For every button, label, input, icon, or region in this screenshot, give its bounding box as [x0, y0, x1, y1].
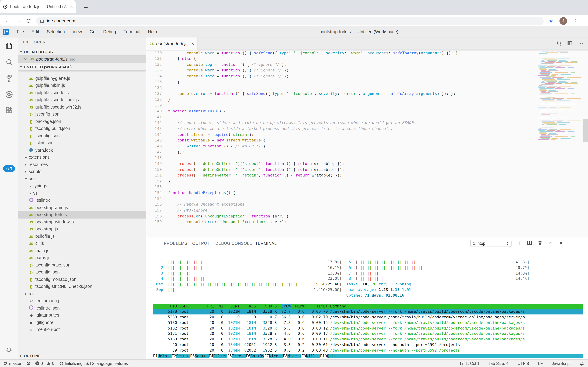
- terminal-select[interactable]: 1: htop: [470, 240, 512, 247]
- git-branch-item[interactable]: master: [3, 361, 21, 366]
- tree-item-extensions[interactable]: ▸extensions: [18, 154, 146, 161]
- browser-menu-icon[interactable]: ⋮: [573, 18, 578, 24]
- minimap[interactable]: [538, 51, 583, 201]
- tree-item-.eslintrc[interactable]: .eslintrc: [18, 197, 146, 204]
- settings-gear-icon[interactable]: [5, 346, 14, 355]
- eol-indicator[interactable]: LF: [538, 361, 543, 366]
- htop-process-row[interactable]: 5182 root 20 0 1021M 181M 3328 R 5.3 0.6…: [153, 325, 583, 331]
- tree-item-tsconfig.base.json[interactable]: {}tsconfig.base.json: [18, 261, 146, 269]
- menu-edit[interactable]: Edit: [32, 29, 39, 34]
- new-terminal-icon[interactable]: ＋: [517, 239, 523, 247]
- tree-item-gulpfile.vscode.linux.js[interactable]: JSgulpfile.vscode.linux.js: [18, 96, 146, 103]
- htop-process-row[interactable]: 39 root 20 0 1344M 62052 1952 S 0.0 0.2 …: [153, 348, 583, 353]
- explorer-icon[interactable]: [5, 42, 14, 51]
- sync-item[interactable]: [26, 361, 31, 366]
- panel-tab-problems[interactable]: PROBLEMS: [164, 241, 187, 245]
- tree-item-paths.js[interactable]: JSpaths.js: [18, 254, 146, 261]
- code-editor[interactable]: 130 console.warn = function () { safeSen…: [146, 50, 588, 223]
- tree-item-gulpfile.vscode.win32.js[interactable]: JSgulpfile.vscode.win32.js: [18, 103, 146, 111]
- tree-item-test[interactable]: ▸test: [18, 290, 146, 297]
- encoding-indicator[interactable]: UTF-8: [518, 361, 529, 366]
- menu-debug[interactable]: Debug: [103, 29, 116, 34]
- htop-table-header[interactable]: PID USER PRI NI VIRT RES SHR S CPU% MEM%…: [153, 303, 583, 309]
- tree-item-tsconfig.json[interactable]: {}tsconfig.json: [18, 269, 146, 276]
- tree-item-.mention-bot[interactable]: ≡.mention-bot: [18, 326, 146, 333]
- menu-selection[interactable]: Selection: [47, 29, 65, 34]
- tree-item-scripts[interactable]: ▸scripts: [18, 168, 146, 175]
- open-editor-item[interactable]: ✕ JS bootstrap-fork.js src: [18, 55, 146, 63]
- split-editor-icon[interactable]: [567, 41, 572, 47]
- editor-tab[interactable]: JS bootstrap-fork.js ×: [146, 37, 198, 50]
- tab-close-icon[interactable]: ×: [70, 4, 73, 9]
- debug-icon[interactable]: [5, 90, 14, 99]
- htop-process-row[interactable]: 5183 root 20 0 1021M 181M 3328 S 4.0 0.6…: [153, 336, 583, 342]
- htop-function-key-bar[interactable]: F1Help F2Setup F3SearchF4FilterF5Tree F6…: [153, 353, 583, 359]
- tree-item-gulpfile.mixin.js[interactable]: JSgulpfile.mixin.js: [18, 82, 146, 89]
- notifications-bell-icon[interactable]: [580, 361, 584, 366]
- tab-size-indicator[interactable]: Tab Size: 4: [489, 361, 509, 366]
- htop-process-row[interactable]: 5233 root 20 0 0 0 0 Z 36.3 0.0 0:02.79 …: [153, 315, 583, 320]
- close-panel-icon[interactable]: [558, 240, 564, 247]
- tree-item-typings[interactable]: ▸typings: [18, 183, 146, 190]
- extensions-icon[interactable]: [5, 106, 14, 115]
- split-terminal-icon[interactable]: [527, 240, 532, 247]
- tree-item-vs[interactable]: ▸vs: [18, 190, 146, 197]
- browser-tab[interactable]: bootstrap-fork.js — Untitled (W ×: [0, 0, 76, 13]
- htop-process-row[interactable]: 20 root 20 0 1344M 62052 1952 S 3.3 0.2 …: [153, 342, 583, 348]
- editor-tab-close-icon[interactable]: ×: [191, 41, 194, 46]
- tree-item-gulpfile.vscode.js[interactable]: JSgulpfile.vscode.js: [18, 89, 146, 96]
- tree-item-cli.js[interactable]: JScli.js: [18, 240, 146, 247]
- language-status-item[interactable]: Initializing JS/TS language features: [59, 361, 128, 366]
- menu-terminal[interactable]: Terminal: [124, 29, 141, 34]
- tree-item-main.js[interactable]: JSmain.js: [18, 247, 146, 254]
- bookmark-star-icon[interactable]: ★: [549, 18, 553, 24]
- tree-item-gulpfile.hygiene.js[interactable]: JSgulpfile.hygiene.js: [18, 75, 146, 82]
- htop-process-row[interactable]: 5180 root 20 0 1021M 181M 3328 S 7.3 0.6…: [153, 320, 583, 326]
- language-mode[interactable]: JavaScript: [552, 361, 571, 366]
- tree-item-.editorconfig[interactable]: ⚙.editorconfig: [18, 297, 146, 304]
- kill-terminal-icon[interactable]: [538, 240, 543, 247]
- close-icon[interactable]: ✕: [24, 57, 27, 61]
- workspace-header[interactable]: ▾ UNTITLED (WORKSPACE): [18, 63, 146, 70]
- toggle-sync-icon[interactable]: [556, 41, 562, 47]
- tree-item-jsconfig.json[interactable]: {}jsconfig.json: [18, 111, 146, 118]
- panel-tab-terminal[interactable]: TERMINAL: [255, 241, 277, 247]
- menu-help[interactable]: Help: [148, 29, 157, 34]
- menu-file[interactable]: File: [17, 29, 24, 34]
- cursor-position[interactable]: Ln 1, Col 1: [460, 361, 480, 366]
- url-bar[interactable]: ide.coder.com: [36, 17, 544, 25]
- menu-view[interactable]: View: [73, 29, 82, 34]
- open-editors-header[interactable]: ▾ OPEN EDITORS: [18, 48, 146, 55]
- more-actions-icon[interactable]: [578, 41, 583, 47]
- tree-item-yarn.lock[interactable]: yarn.lock: [18, 147, 146, 154]
- tree-item-.gitattributes[interactable]: ◆.gitattributes: [18, 312, 146, 319]
- status-badge[interactable]: Off: [3, 165, 15, 172]
- tree-item-tslint.json[interactable]: {}tslint.json: [18, 139, 146, 147]
- reload-icon[interactable]: [26, 18, 31, 24]
- tree-item-package.json[interactable]: {}package.json: [18, 118, 146, 125]
- menu-go[interactable]: Go: [90, 29, 95, 34]
- tree-item-tsconfig.json[interactable]: {}tsconfig.json: [18, 132, 146, 139]
- tree-item-tsconfig.build.json[interactable]: {}tsconfig.build.json: [18, 125, 146, 132]
- tree-item-.gitignore[interactable]: ◆.gitignore: [18, 319, 146, 326]
- forward-icon[interactable]: →: [15, 18, 21, 24]
- tree-item-tsconfig.strictNullChecks.json[interactable]: {}tsconfig.strictNullChecks.json: [18, 283, 146, 290]
- panel-tab-debug-console[interactable]: DEBUG CONSOLE: [215, 241, 252, 245]
- new-tab-button[interactable]: +: [84, 4, 88, 11]
- back-icon[interactable]: ←: [5, 18, 10, 24]
- problems-item[interactable]: ✕ 0 0: [35, 361, 54, 366]
- avatar[interactable]: J: [559, 17, 567, 25]
- tree-item-src[interactable]: ▾src: [18, 175, 146, 183]
- tree-item-bootstrap-fork.js[interactable]: JSbootstrap-fork.js: [18, 211, 146, 218]
- tree-item-tsconfig.monaco.json[interactable]: {}tsconfig.monaco.json: [18, 276, 146, 283]
- tree-item-.eslintrc.json[interactable]: .eslintrc.json: [18, 304, 146, 312]
- tree-item-bootstrap-window.js[interactable]: JSbootstrap-window.js: [18, 218, 146, 225]
- htop-process-row[interactable]: 5181 root 20 0 1021M 181M 3328 S 4.6 0.6…: [153, 331, 583, 337]
- tree-item-bootstrap.js[interactable]: JSbootstrap.js: [18, 225, 146, 233]
- tree-item-resources[interactable]: ▸resources: [18, 161, 146, 168]
- htop-process-row[interactable]: 5178 root 20 0 1021M 181M 3328 R 72.7 0.…: [153, 309, 583, 315]
- source-control-icon[interactable]: [5, 74, 14, 83]
- url-text[interactable]: ide.coder.com: [47, 18, 75, 24]
- tree-item-bootstrap-amd.js[interactable]: JSbootstrap-amd.js: [18, 204, 146, 211]
- editor-scrollbar[interactable]: [583, 119, 588, 142]
